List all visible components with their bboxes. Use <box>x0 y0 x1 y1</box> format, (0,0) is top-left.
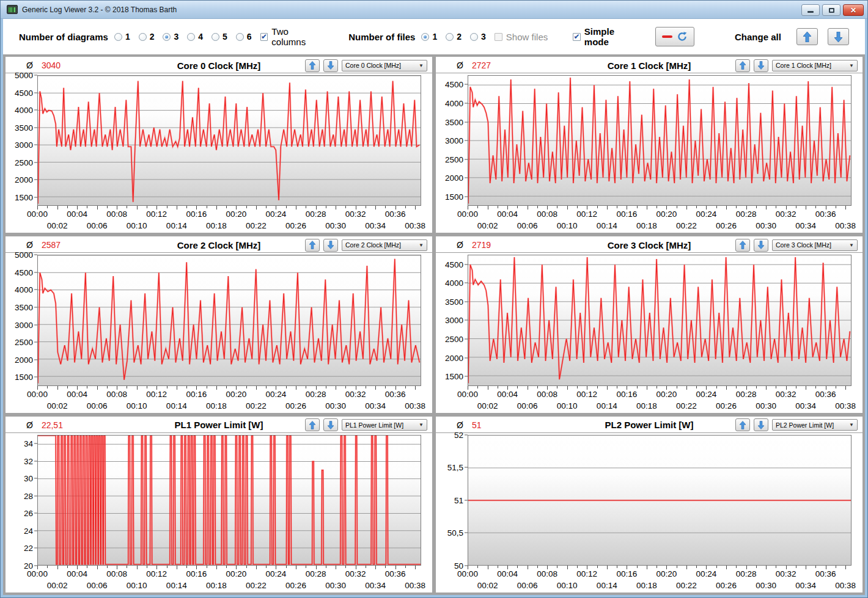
x-tick-label: 00:10 <box>127 401 147 410</box>
x-tick-mark <box>528 206 528 210</box>
x-tick-mark <box>756 566 757 568</box>
maximize-button[interactable] <box>822 4 840 16</box>
x-tick-label: 00:12 <box>576 390 597 399</box>
x-tick-mark <box>845 566 846 569</box>
arrow-down-icon <box>328 421 334 429</box>
diagram-count-option-2[interactable]: 2 <box>139 32 155 42</box>
x-tick-mark <box>677 206 677 208</box>
x-tick-mark <box>366 566 366 568</box>
x-tick-label: 00:22 <box>246 401 267 410</box>
x-tick-mark <box>577 206 578 208</box>
x-tick-label: 00:04 <box>67 569 87 578</box>
number-of-diagrams-label: Number of diagrams <box>19 32 108 42</box>
show-files-checkbox[interactable]: Show files <box>495 32 548 42</box>
move-channel-up-button[interactable] <box>735 418 750 431</box>
x-tick-mark <box>87 386 87 388</box>
diagram-count-option-5[interactable]: 5 <box>211 32 227 42</box>
x-tick-mark <box>306 566 306 568</box>
channel-dropdown[interactable]: Core 0 Clock [MHz] ▼ <box>342 60 427 71</box>
x-tick-mark <box>137 386 138 390</box>
move-channel-down-button[interactable] <box>754 239 768 252</box>
x-tick-mark <box>657 206 657 208</box>
move-channel-down-button[interactable] <box>754 59 768 72</box>
move-channel-up-button[interactable] <box>305 59 320 72</box>
x-tick-label: 00:28 <box>736 210 757 219</box>
file-count-option-3[interactable]: 3 <box>470 32 486 42</box>
move-channel-up-button[interactable] <box>305 418 320 431</box>
x-tick-mark <box>296 386 296 390</box>
x-tick-label: 00:36 <box>385 390 406 399</box>
diagram-count-option-3[interactable]: 3 <box>163 32 178 42</box>
arrow-up-icon <box>803 32 811 42</box>
channel-dropdown[interactable]: Core 1 Clock [MHz] ▼ <box>772 60 858 71</box>
file-count-option-1[interactable]: 1 <box>421 32 437 42</box>
x-tick-mark <box>766 206 767 210</box>
x-tick-mark <box>167 206 167 208</box>
y-tick-label: 4500 <box>445 260 468 269</box>
x-tick-mark <box>385 566 386 568</box>
plot-area <box>468 75 851 206</box>
x-tick-label: 00:28 <box>306 569 326 578</box>
move-channel-down-button[interactable] <box>323 418 338 431</box>
x-tick-label: 00:16 <box>616 390 637 399</box>
chart-header: Ø 3040 Core 0 Clock [MHz] Core 0 Clock [… <box>6 57 432 73</box>
x-tick-mark <box>385 386 386 388</box>
y-tick-label: 2000 <box>445 173 468 183</box>
two-columns-checkbox[interactable]: ✔ Two columns <box>260 26 324 47</box>
change-all-up-button[interactable] <box>796 28 818 45</box>
x-tick-mark <box>67 206 68 208</box>
minimize-button[interactable] <box>801 4 820 16</box>
minimize-icon <box>807 11 814 13</box>
close-button[interactable]: ✕ <box>843 4 864 16</box>
x-tick-label: 00:24 <box>696 390 717 399</box>
x-tick-mark <box>326 206 326 208</box>
move-channel-up-button[interactable] <box>735 239 750 252</box>
x-tick-label: 00:32 <box>776 210 796 219</box>
file-count-option-2[interactable]: 2 <box>446 32 462 42</box>
x-tick-label: 00:32 <box>345 210 366 219</box>
x-tick-label: 00:20 <box>226 569 246 578</box>
x-tick-label: 00:18 <box>636 401 657 410</box>
move-channel-up-button[interactable] <box>735 59 750 72</box>
x-tick-mark <box>226 566 227 568</box>
x-tick-label: 00:26 <box>716 581 737 590</box>
change-all-down-button[interactable] <box>828 28 849 45</box>
x-tick-mark <box>226 386 227 388</box>
average-value: 2587 <box>42 240 61 250</box>
diagram-count-option-4[interactable]: 4 <box>187 32 203 42</box>
x-tick-label: 00:16 <box>616 569 637 578</box>
simple-mode-checkbox[interactable]: ✔ Simple mode <box>573 26 639 47</box>
line-style-refresh-button[interactable] <box>655 27 694 46</box>
x-tick-mark <box>256 206 257 210</box>
move-channel-up-button[interactable] <box>305 239 320 252</box>
diagram-count-option-1[interactable]: 1 <box>114 32 130 42</box>
channel-dropdown[interactable]: Core 2 Clock [MHz] ▼ <box>342 239 427 251</box>
diagram-count-option-6[interactable]: 6 <box>236 32 252 42</box>
x-tick-mark <box>286 386 287 388</box>
chevron-down-icon: ▼ <box>419 422 424 428</box>
x-tick-label: 00:10 <box>557 221 578 230</box>
x-tick-mark <box>607 206 608 210</box>
x-tick-label: 00:28 <box>736 390 757 399</box>
y-axis: 4500400035003000250020001500 <box>436 255 468 385</box>
chart-body: 5251,55150,550 00:0000:0400:0800:1200:16… <box>436 433 862 593</box>
move-channel-down-button[interactable] <box>323 239 338 252</box>
change-all-label: Change all <box>735 32 781 42</box>
channel-dropdown[interactable]: PL2 Power Limit [W] ▼ <box>772 419 858 431</box>
x-tick-mark <box>836 206 836 208</box>
x-tick-mark <box>186 386 187 388</box>
move-channel-down-button[interactable] <box>754 418 768 431</box>
x-tick-label: 00:14 <box>597 401 617 410</box>
channel-dropdown[interactable]: PL1 Power Limit [W] ▼ <box>342 419 427 431</box>
x-tick-mark <box>246 566 247 568</box>
x-tick-mark <box>47 566 48 568</box>
toolbar: Number of diagrams 123456 ✔ Two columns … <box>1 19 867 54</box>
x-tick-mark <box>147 566 147 568</box>
chart-header: Ø 2727 Core 1 Clock [MHz] Core 1 Clock [… <box>436 57 862 73</box>
app-icon <box>7 5 18 14</box>
move-channel-down-button[interactable] <box>323 59 338 72</box>
x-tick-mark <box>567 386 568 390</box>
radio-icon <box>470 33 478 41</box>
x-tick-mark <box>177 206 177 210</box>
channel-dropdown[interactable]: Core 3 Clock [MHz] ▼ <box>772 239 858 251</box>
